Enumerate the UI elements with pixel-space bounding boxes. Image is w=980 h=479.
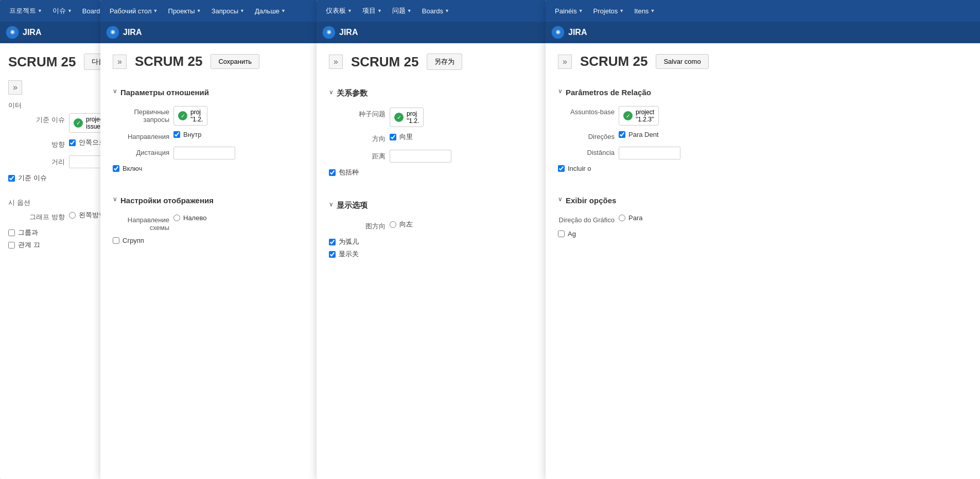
portuguese-agrup-checkbox[interactable]	[558, 230, 565, 237]
portuguese-graph-options: Para	[619, 214, 642, 225]
chinese-project-badge: ✓ proj"1.2.	[390, 108, 424, 127]
russian-left-label: Налево	[183, 214, 206, 222]
portuguese-para-label: Para	[628, 214, 642, 222]
russian-group-checkbox[interactable]	[113, 237, 119, 244]
portuguese-directions-label: Direções	[558, 131, 615, 140]
russian-inner-label: Внутр	[183, 131, 202, 138]
korean-direction-label: 방향	[8, 138, 65, 149]
korean-group-checkbox[interactable]	[8, 229, 15, 236]
chinese-show-checkbox[interactable]	[329, 251, 336, 258]
portuguese-inward-check[interactable]: Para Dent	[619, 131, 659, 138]
chinese-inward-check[interactable]: 向里	[390, 132, 413, 141]
korean-radio-left-input[interactable]	[69, 212, 76, 219]
chinese-include-checkbox[interactable]	[329, 169, 336, 176]
chinese-direction-label: 方向	[329, 132, 386, 144]
svg-text:✳: ✳	[10, 29, 15, 36]
russian-save-btn[interactable]: Сохранить	[211, 54, 259, 69]
portuguese-graph-dir-row: Direção do Gráfico Para	[558, 214, 971, 225]
russian-distance-label: Дистанция	[113, 147, 169, 156]
portuguese-base-label: Assuntos-base	[558, 106, 615, 116]
chinese-radio-left[interactable]: 向左	[390, 220, 413, 229]
nav-queries-r[interactable]: Запросы ▼	[207, 5, 249, 17]
portuguese-radio-para-input[interactable]	[619, 215, 625, 221]
chinese-save-btn[interactable]: 另存为	[427, 54, 462, 70]
nav-dashboard-c[interactable]: 仪表板 ▼	[322, 4, 356, 17]
portuguese-agrup-row[interactable]: Ag	[558, 230, 971, 238]
russian-scheme-label: Направлениесхемы	[113, 214, 169, 232]
chinese-distance-input[interactable]	[390, 150, 451, 163]
nav-project-r[interactable]: Проекты ▼	[164, 5, 205, 17]
nav-issue-c[interactable]: 问题 ▼	[388, 4, 416, 17]
korean-rel-label: 관계 끄	[18, 240, 40, 250]
chinese-left-label: 向左	[399, 220, 413, 229]
chinese-graph-dir-label: 图方向	[329, 220, 386, 231]
nav-issue-k[interactable]: 이슈 ▼	[48, 4, 76, 17]
portuguese-base-row: Assuntos-base ✓ project"1.2.3"	[558, 106, 971, 126]
chinese-radio-left-input[interactable]	[390, 221, 396, 228]
russian-radio-left[interactable]: Налево	[173, 214, 206, 222]
jira-logo-chinese: ✳ JIRA	[322, 25, 358, 40]
jira-text-korean: JIRA	[23, 28, 41, 37]
korean-group-label: 그룹과	[18, 228, 38, 237]
chinese-graph-options: 向左	[390, 220, 413, 232]
chinese-expand-btn[interactable]: »	[329, 55, 343, 69]
chinese-arc-checkbox[interactable]	[329, 239, 336, 245]
chinese-inward-checkbox[interactable]	[390, 134, 396, 140]
portuguese-section2-collapse[interactable]: ∨ Exibir opções	[558, 188, 971, 210]
nav-projetos-p[interactable]: Projetos ▼	[589, 5, 628, 17]
portuguese-graph-dir-label: Direção do Gráfico	[558, 214, 615, 224]
jira-logo-korean: ✳ JIRA	[5, 25, 41, 40]
chinese-check-icon: ✓	[394, 113, 404, 122]
portuguese-project-badge: ✓ project"1.2.3"	[619, 106, 659, 126]
korean-inward-checkbox[interactable]	[69, 139, 76, 146]
portuguese-content: » SCRUM 25 Salvar como ∨ Parâmetros de R…	[546, 43, 980, 251]
portuguese-radio-para[interactable]: Para	[619, 214, 642, 222]
chinese-arc-label: 为弧儿	[339, 237, 359, 246]
portuguese-scrum-title: SCRUM 25	[580, 54, 647, 69]
portuguese-agrup-label: Ag	[568, 230, 576, 238]
portuguese-distance-row: Distância	[558, 147, 971, 159]
portuguese-save-btn[interactable]: Salvar como	[656, 54, 708, 69]
korean-scrum-title: SCRUM 25	[8, 54, 76, 70]
portuguese-scrum-header: » SCRUM 25 Salvar como	[558, 54, 971, 69]
russian-radio-left-input[interactable]	[173, 215, 180, 221]
russian-section2-title: Настройки отображения	[120, 196, 214, 205]
jira-logo-russian: ✳ JIRA	[106, 25, 142, 40]
nav-paineis-p[interactable]: Painéis ▼	[551, 5, 587, 17]
portuguese-include-checkbox[interactable]	[558, 165, 565, 172]
portuguese-include-row[interactable]: Incluir o	[558, 165, 971, 172]
jira-text-chinese: JIRA	[339, 28, 358, 37]
portuguese-collapse-arrow: ∨	[558, 87, 563, 95]
nav-project-k[interactable]: 프로젝트 ▼	[5, 4, 46, 17]
korean-rel-checkbox[interactable]	[8, 242, 15, 249]
korean-base-issue-label: 기준 이슈	[8, 113, 65, 125]
korean-include-checkbox[interactable]	[8, 175, 15, 182]
portuguese-distance-input[interactable]	[619, 147, 680, 159]
nav-itens-p[interactable]: Itens ▼	[630, 5, 659, 17]
portuguese-section1-collapse[interactable]: ∨ Parâmetros de Relação	[558, 80, 971, 102]
nav-desk-r[interactable]: Рабочий стол ▼	[106, 5, 162, 17]
russian-inner-checkbox[interactable]	[173, 131, 180, 138]
korean-expand-btn[interactable]: »	[8, 80, 22, 95]
portuguese-distance-label: Distância	[558, 147, 615, 156]
russian-project-text: proj"1.2.	[190, 109, 203, 123]
portuguese-inward-checkbox[interactable]	[619, 131, 625, 138]
nav-boards-c[interactable]: Boards ▼	[418, 5, 453, 17]
portuguese-nav-1: Painéis ▼ Projetos ▼ Itens ▼	[546, 0, 980, 22]
russian-inner-check[interactable]: Внутр	[173, 131, 202, 138]
russian-scrum-title: SCRUM 25	[135, 54, 202, 69]
nav-more-r[interactable]: Дальше ▼	[251, 5, 290, 17]
russian-section1-title: Параметры отношений	[120, 88, 209, 97]
russian-include-checkbox[interactable]	[113, 165, 119, 172]
portuguese-project-text: project"1.2.3"	[636, 109, 654, 123]
russian-expand-btn[interactable]: »	[113, 55, 127, 69]
svg-text:✳: ✳	[326, 29, 331, 36]
jira-text-portuguese: JIRA	[568, 28, 587, 37]
korean-graph-dir-label: 그래프 방향	[8, 210, 65, 222]
korean-distance-label: 거리	[8, 155, 65, 167]
portuguese-expand-btn[interactable]: »	[558, 55, 572, 69]
nav-project-c[interactable]: 项目 ▼	[358, 4, 386, 17]
russian-group-label: Сгрупп	[122, 237, 144, 244]
chinese-collapse-arrow: ∨	[329, 88, 334, 96]
russian-distance-input[interactable]	[173, 147, 235, 159]
